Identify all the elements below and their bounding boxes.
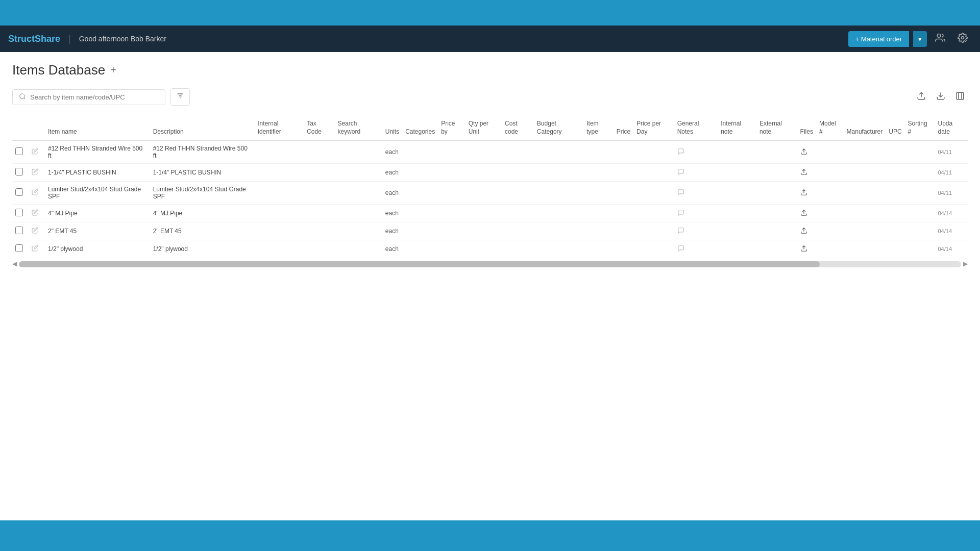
row-internal-note	[718, 140, 756, 164]
row-updated: 04/14	[935, 205, 968, 222]
edit-icon[interactable]	[32, 148, 38, 156]
row-internal-identifier	[255, 182, 304, 205]
row-external-note	[756, 182, 797, 205]
row-checkbox-cell	[12, 164, 29, 182]
row-item-name: 1/2" plywood	[45, 240, 150, 258]
row-checkbox[interactable]	[15, 209, 23, 216]
row-cost-code	[502, 182, 534, 205]
items-table: Item name Description Internal identifie…	[12, 116, 968, 258]
filter-button[interactable]	[170, 88, 190, 106]
row-item-name: Lumber Stud/2x4x104 Stud Grade SPF	[45, 182, 150, 205]
material-order-dropdown-button[interactable]: ▾	[913, 31, 927, 47]
col-manufacturer: Manufacturer	[844, 116, 886, 140]
row-manufacturer	[844, 140, 886, 164]
row-tax-code	[304, 205, 334, 222]
row-budget-category	[534, 222, 583, 240]
table-row: Lumber Stud/2x4x104 Stud Grade SPFLumber…	[12, 182, 968, 205]
row-tax-code	[304, 182, 334, 205]
download-button[interactable]	[933, 89, 948, 105]
logo[interactable]: StructShare	[8, 34, 60, 44]
row-external-note	[756, 164, 797, 182]
row-budget-category	[534, 240, 583, 258]
row-updated: 04/11	[935, 182, 968, 205]
row-edit-cell	[29, 164, 45, 182]
svg-point-2	[20, 93, 24, 98]
edit-icon[interactable]	[32, 227, 38, 235]
file-upload-icon[interactable]	[800, 189, 807, 197]
row-budget-category	[534, 140, 583, 164]
row-description: #12 Red THHN Stranded Wire 500 ft	[150, 140, 255, 164]
row-manufacturer	[844, 205, 886, 222]
edit-icon[interactable]	[32, 189, 38, 197]
col-external-note: External note	[756, 116, 797, 140]
col-upc: UPC	[886, 116, 904, 140]
search-area	[12, 88, 968, 106]
row-search-keyword	[334, 222, 382, 240]
columns-button[interactable]	[952, 89, 968, 105]
row-description: 4" MJ Pipe	[150, 205, 255, 222]
nav-right: + Material order ▾	[848, 31, 972, 47]
row-categories	[402, 182, 438, 205]
row-tax-code	[304, 164, 334, 182]
row-checkbox[interactable]	[15, 147, 23, 155]
row-files	[797, 240, 816, 258]
comment-icon[interactable]	[677, 228, 684, 236]
file-upload-icon[interactable]	[800, 210, 807, 218]
col-model-num: Model #	[816, 116, 844, 140]
row-checkbox[interactable]	[15, 188, 23, 196]
comment-icon[interactable]	[677, 148, 684, 157]
row-price-by	[438, 205, 465, 222]
row-internal-identifier	[255, 205, 304, 222]
comment-icon[interactable]	[677, 210, 684, 218]
row-sorting	[905, 222, 935, 240]
comment-icon[interactable]	[677, 169, 684, 177]
material-order-button[interactable]: + Material order	[848, 31, 909, 47]
row-upc	[886, 205, 904, 222]
row-qty-per-unit	[465, 140, 502, 164]
comment-icon[interactable]	[677, 189, 684, 197]
row-checkbox-cell	[12, 240, 29, 258]
row-general-notes	[674, 182, 718, 205]
row-upc	[886, 240, 904, 258]
edit-icon[interactable]	[32, 168, 38, 177]
table-row: #12 Red THHN Stranded Wire 500 ft#12 Red…	[12, 140, 968, 164]
row-sorting	[905, 164, 935, 182]
search-input[interactable]	[30, 93, 159, 101]
row-edit-cell	[29, 182, 45, 205]
row-description: 1-1/4" PLASTIC BUSHIN	[150, 164, 255, 182]
row-checkbox-cell	[12, 205, 29, 222]
search-wrapper	[12, 89, 165, 105]
file-upload-icon[interactable]	[800, 228, 807, 236]
row-checkbox[interactable]	[15, 244, 23, 252]
file-upload-icon[interactable]	[800, 169, 807, 177]
add-item-button[interactable]: +	[110, 64, 116, 76]
row-model-num	[816, 182, 844, 205]
row-description: 1/2" plywood	[150, 240, 255, 258]
row-upc	[886, 164, 904, 182]
edit-icon[interactable]	[32, 209, 38, 217]
row-tax-code	[304, 140, 334, 164]
row-qty-per-unit	[465, 164, 502, 182]
row-sorting	[905, 140, 935, 164]
row-external-note	[756, 240, 797, 258]
file-upload-icon[interactable]	[800, 148, 807, 157]
row-price-per-day	[633, 182, 674, 205]
svg-rect-11	[957, 92, 964, 99]
row-checkbox[interactable]	[15, 168, 23, 176]
row-tax-code	[304, 240, 334, 258]
edit-icon[interactable]	[32, 245, 38, 253]
row-item-type	[583, 205, 613, 222]
row-checkbox[interactable]	[15, 227, 23, 234]
row-internal-note	[718, 222, 756, 240]
row-units: each	[382, 164, 402, 182]
row-search-keyword	[334, 182, 382, 205]
col-categories: Categories	[402, 116, 438, 140]
file-upload-icon[interactable]	[800, 245, 807, 254]
row-sorting	[905, 182, 935, 205]
settings-icon-button[interactable]	[953, 31, 972, 47]
comment-icon[interactable]	[677, 245, 684, 254]
horizontal-scrollbar[interactable]	[19, 261, 961, 267]
users-icon-button[interactable]	[931, 31, 949, 47]
upload-button[interactable]	[914, 89, 929, 105]
row-manufacturer	[844, 240, 886, 258]
